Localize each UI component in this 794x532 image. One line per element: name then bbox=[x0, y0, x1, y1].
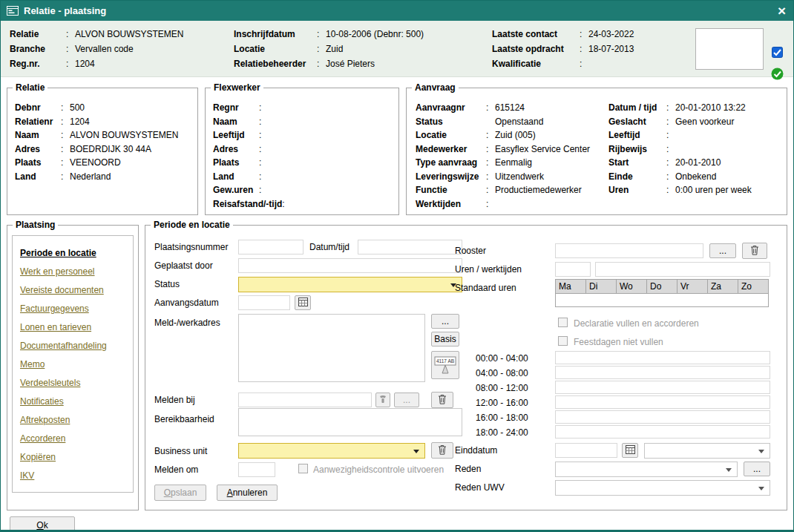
nav-vereiste-documenten[interactable]: Vereiste documenten bbox=[20, 281, 133, 300]
nav-accorderen[interactable]: Accorderen bbox=[20, 430, 133, 448]
relatie-info-row: Adres:BOEDRDIJK 30 44A bbox=[15, 142, 193, 157]
info-value: 24-03-2022 bbox=[588, 27, 634, 42]
nav-documentafhandeling[interactable]: Documentafhandeling bbox=[20, 337, 133, 355]
standaard-uren-table[interactable]: Ma Di Wo Do Vr Za Zo bbox=[555, 279, 769, 307]
aanvraag-info-row: Datum / tijd:20-01-2010 13:22 bbox=[608, 101, 781, 115]
timeslot-input-6[interactable] bbox=[555, 425, 770, 439]
melden-om-input[interactable] bbox=[238, 462, 275, 477]
info-groupboxes: Relatie Debnr:500 Relatienr:1204 Naam:AL… bbox=[7, 88, 787, 215]
geplaatst-door-input[interactable] bbox=[238, 258, 462, 273]
info-label: Plaats bbox=[15, 156, 61, 170]
nav-ikv[interactable]: IKV bbox=[20, 467, 133, 485]
aanwezigheidscontrole-label: Aanwezigheidscontrole uitvoeren bbox=[313, 464, 444, 476]
plaatsingsnummer-input[interactable] bbox=[238, 240, 304, 254]
timeslot-label-6: 18:00 - 24:00 bbox=[476, 427, 528, 439]
aanvangsdatum-calendar-button[interactable] bbox=[295, 295, 311, 310]
rooster-trash-button[interactable] bbox=[742, 243, 767, 259]
feestdagen-checkbox[interactable] bbox=[558, 336, 568, 346]
nav-werk-en-personeel[interactable]: Werk en personeel bbox=[20, 263, 133, 281]
basis-button[interactable]: Basis bbox=[431, 332, 459, 347]
info-label: Laatste contact bbox=[492, 27, 580, 42]
reden-select[interactable] bbox=[555, 462, 738, 477]
timeslot-input-1[interactable] bbox=[555, 351, 770, 364]
werktijden-input[interactable] bbox=[595, 262, 770, 277]
business-unit-select[interactable] bbox=[238, 443, 425, 459]
postcode-text: 4117 AB bbox=[436, 358, 454, 364]
melden-bij-dots-button[interactable]: ... bbox=[394, 393, 419, 407]
relatie-groupbox: Relatie Debnr:500 Relatienr:1204 Naam:AL… bbox=[7, 88, 198, 215]
rooster-input[interactable] bbox=[555, 243, 703, 258]
flexwerker-info-row: Reisafstand/-tijd: bbox=[213, 197, 394, 211]
standaard-uren-empty-row[interactable] bbox=[556, 294, 769, 307]
info-label: Regnr bbox=[213, 101, 259, 115]
einddatum-input[interactable] bbox=[555, 443, 617, 458]
header-row: Kwalificatie: bbox=[492, 56, 695, 71]
opslaan-button[interactable]: Opslaan bbox=[154, 485, 206, 501]
info-label: Debnr bbox=[15, 101, 61, 115]
einddatum-select[interactable] bbox=[644, 443, 770, 459]
bereikbaarheid-textarea[interactable] bbox=[238, 408, 462, 436]
header-row: Laatste opdracht:18-07-2013 bbox=[492, 42, 695, 56]
melden-bij-label: Melden bij bbox=[154, 395, 195, 406]
melden-bij-input[interactable] bbox=[238, 393, 372, 407]
info-sep: : bbox=[580, 42, 587, 56]
nav-factuurgegevens[interactable]: Factuurgegevens bbox=[20, 300, 133, 318]
aanvangsdatum-input[interactable] bbox=[238, 295, 290, 310]
info-value: Productiemedewerker bbox=[495, 183, 582, 197]
info-label: Leveringswijze bbox=[416, 170, 486, 184]
uren-input[interactable] bbox=[555, 262, 591, 277]
nav-lonen-en-tarieven[interactable]: Lonen en tarieven bbox=[20, 318, 133, 337]
info-sep: : bbox=[486, 183, 493, 197]
timeslot-input-2[interactable] bbox=[555, 366, 770, 379]
info-sep: : bbox=[259, 183, 266, 197]
header-row: Locatie:Zuid bbox=[234, 42, 492, 56]
timeslot-label-4: 12:00 - 16:00 bbox=[476, 398, 528, 409]
aanwezigheidscontrole-checkbox[interactable] bbox=[298, 464, 308, 473]
aanvraag-info-row: Locatie:Zuid (005) bbox=[416, 128, 608, 142]
melden-bij-phone-button[interactable] bbox=[375, 393, 390, 407]
nav-periode-en-locatie[interactable]: Periode en locatie bbox=[20, 244, 133, 263]
timeslot-input-4[interactable] bbox=[555, 395, 770, 409]
timeslot-input-5[interactable] bbox=[555, 410, 770, 424]
info-value: Zuid (005) bbox=[495, 128, 536, 142]
nav-memo[interactable]: Memo bbox=[20, 355, 133, 374]
nav-aftrekposten[interactable]: Aftrekposten bbox=[20, 411, 133, 430]
business-unit-trash-button[interactable] bbox=[431, 442, 453, 459]
meldwerkadres-textarea[interactable] bbox=[238, 314, 425, 382]
info-label: Relatienr bbox=[15, 115, 61, 129]
info-label: Laatste opdracht bbox=[492, 42, 580, 56]
header-row: Inschrijfdatum:10-08-2006 (Debnr: 500) bbox=[234, 27, 492, 42]
aanvraag-left-column: Aanvraagnr:615124 StatusOpenstaand Locat… bbox=[416, 101, 608, 214]
info-label: Adres bbox=[213, 142, 259, 157]
nav-verdeelsleutels[interactable]: Verdeelsleutels bbox=[20, 374, 133, 393]
dots-label: ... bbox=[442, 316, 449, 326]
melden-bij-trash-button[interactable] bbox=[431, 392, 453, 408]
nav-notificaties[interactable]: Notificaties bbox=[20, 393, 133, 411]
info-label: Branche bbox=[10, 42, 66, 56]
periode-en-locatie-panel: Periode en locatie Plaatsingsnummer Datu… bbox=[145, 225, 787, 510]
status-select[interactable] bbox=[238, 277, 462, 292]
photo-placeholder bbox=[695, 28, 764, 70]
reden-dots-button[interactable]: ... bbox=[744, 462, 770, 476]
info-sep: : bbox=[666, 128, 674, 142]
meldwerkadres-dots-button[interactable]: ... bbox=[431, 314, 459, 329]
annuleren-button[interactable]: Annuleren bbox=[217, 485, 278, 501]
datumtijd-input[interactable] bbox=[358, 240, 462, 254]
declaratie-checkbox[interactable] bbox=[558, 318, 568, 327]
green-check-icon[interactable] bbox=[771, 68, 784, 82]
reden-uwv-select[interactable] bbox=[555, 480, 770, 496]
timeslot-label-3: 08:00 - 12:00 bbox=[476, 383, 528, 394]
close-button[interactable]: × bbox=[778, 4, 786, 18]
rooster-dots-button[interactable]: ... bbox=[709, 243, 736, 258]
ok-button[interactable]: Ok bbox=[10, 516, 75, 532]
day-col-ma: Ma bbox=[556, 280, 586, 294]
info-value: Uitzendwerk bbox=[495, 170, 544, 184]
ok-label: Ok bbox=[36, 520, 47, 531]
nav-kopieren[interactable]: Kopiëren bbox=[20, 448, 133, 467]
timeslot-input-3[interactable] bbox=[555, 381, 770, 394]
postcode-map-button[interactable]: 4117 AB bbox=[431, 351, 459, 379]
blue-check-icon[interactable] bbox=[772, 47, 783, 60]
einddatum-calendar-button[interactable] bbox=[622, 443, 638, 458]
aanvraag-info-row: Medewerker:Easyflex Service Center bbox=[416, 142, 608, 157]
info-label: Adres bbox=[15, 142, 61, 157]
